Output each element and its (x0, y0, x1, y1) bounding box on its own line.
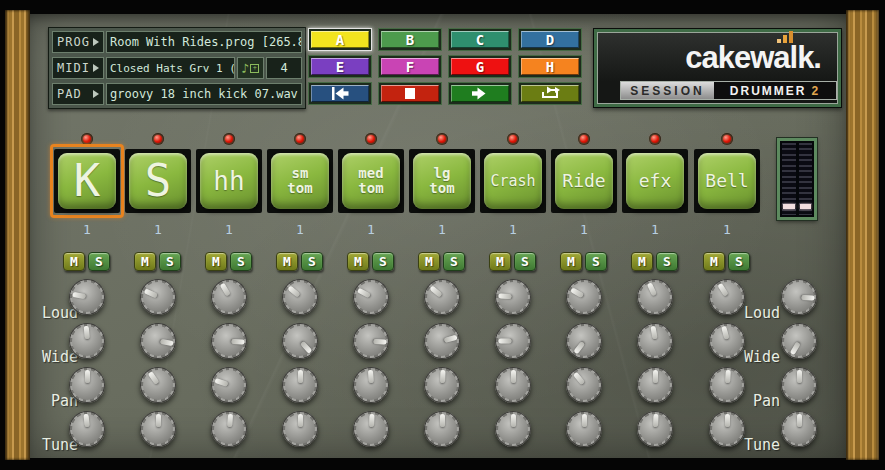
knob-pan-4[interactable] (282, 367, 318, 403)
knob-tune-7[interactable] (495, 411, 531, 447)
knob-loud-4[interactable] (282, 279, 318, 315)
pad-efx[interactable]: efx (626, 153, 684, 209)
knob-tune-6[interactable] (424, 411, 460, 447)
mute-button-4[interactable]: M (276, 252, 298, 271)
stop-button[interactable] (378, 82, 442, 105)
knob-loud-5[interactable] (353, 279, 389, 315)
pad-kick[interactable]: K (58, 153, 116, 209)
knob-loud-8[interactable] (566, 279, 602, 315)
knob-loud-master[interactable] (781, 279, 817, 315)
mute-button-5[interactable]: M (347, 252, 369, 271)
knob-pan-master[interactable] (781, 367, 817, 403)
knob-loud-6[interactable] (424, 279, 460, 315)
mute-button-7[interactable]: M (489, 252, 511, 271)
bank-button-e[interactable]: E (308, 55, 372, 78)
bank-button-g[interactable]: G (448, 55, 512, 78)
knob-wide-9[interactable] (637, 323, 673, 359)
pad-med-tom[interactable]: medtom (342, 153, 400, 209)
knob-wide-1[interactable] (69, 323, 105, 359)
knob-loud-1[interactable] (69, 279, 105, 315)
prog-expand-icon[interactable] (93, 38, 99, 46)
pad-ride[interactable]: Ride (555, 153, 613, 209)
knob-wide-master[interactable] (781, 323, 817, 359)
mute-button-2[interactable]: M (134, 252, 156, 271)
midi-note-button[interactable]: ♪ + (237, 57, 264, 79)
solo-button-9[interactable]: S (656, 252, 678, 271)
knob-loud-2[interactable] (140, 279, 176, 315)
solo-button-4[interactable]: S (301, 252, 323, 271)
pad-value-field[interactable]: groovy 18 inch kick 07.wav (106, 83, 302, 105)
pad-expand-icon[interactable] (93, 90, 99, 98)
knob-wide-5[interactable] (353, 323, 389, 359)
solo-button-2[interactable]: S (159, 252, 181, 271)
knob-wide-2[interactable] (140, 323, 176, 359)
knob-loud-3[interactable] (211, 279, 247, 315)
mute-button-10[interactable]: M (703, 252, 725, 271)
mute-button-1[interactable]: M (63, 252, 85, 271)
play-button[interactable] (448, 82, 512, 105)
pad-crash[interactable]: Crash (484, 153, 542, 209)
pad-column-2: S 1 M S (123, 133, 193, 293)
knob-tune-master[interactable] (781, 411, 817, 447)
bank-button-d[interactable]: D (518, 28, 582, 51)
pad-snare[interactable]: S (129, 153, 187, 209)
mute-button-6[interactable]: M (418, 252, 440, 271)
rewind-button[interactable] (308, 82, 372, 105)
bank-button-c[interactable]: C (448, 28, 512, 51)
knob-wide-8[interactable] (566, 323, 602, 359)
solo-button-6[interactable]: S (443, 252, 465, 271)
knob-loud-7[interactable] (495, 279, 531, 315)
knob-wide-4[interactable] (282, 323, 318, 359)
solo-button-1[interactable]: S (88, 252, 110, 271)
loop-button[interactable] (518, 82, 582, 105)
knob-wide-7[interactable] (495, 323, 531, 359)
knob-wide-10[interactable] (709, 323, 745, 359)
knob-pan-7[interactable] (495, 367, 531, 403)
knob-pan-2[interactable] (140, 367, 176, 403)
pad-bell[interactable]: Bell (698, 153, 756, 209)
midi-expand-icon[interactable] (93, 64, 99, 72)
knob-pan-6[interactable] (424, 367, 460, 403)
knob-tune-9[interactable] (637, 411, 673, 447)
knob-tune-1[interactable] (69, 411, 105, 447)
knob-loud-9[interactable] (637, 279, 673, 315)
solo-button-5[interactable]: S (372, 252, 394, 271)
pad-lg-tom[interactable]: lgtom (413, 153, 471, 209)
knob-loud-10[interactable] (709, 279, 745, 315)
knob-pan-8[interactable] (566, 367, 602, 403)
prog-value-field[interactable]: Room With Rides.prog [265.8 (106, 31, 302, 53)
pad-sm-tom[interactable]: smtom (271, 153, 329, 209)
midi-count-field[interactable]: 4 (266, 57, 302, 79)
knob-pan-5[interactable] (353, 367, 389, 403)
pad-led (509, 135, 517, 143)
knob-pan-1[interactable] (69, 367, 105, 403)
knob-tune-10[interactable] (709, 411, 745, 447)
bank-button-b[interactable]: B (378, 28, 442, 51)
mute-button-3[interactable]: M (205, 252, 227, 271)
pad-hihat[interactable]: hh (200, 153, 258, 209)
knob-tune-5[interactable] (353, 411, 389, 447)
knob-tune-8[interactable] (566, 411, 602, 447)
knob-pan-10[interactable] (709, 367, 745, 403)
pad-column-6: lgtom 1 M S (407, 133, 477, 293)
solo-button-7[interactable]: S (514, 252, 536, 271)
mute-button-8[interactable]: M (560, 252, 582, 271)
knob-pan-3[interactable] (211, 367, 247, 403)
midi-value-field[interactable]: Closed Hats Grv 1 (1 (106, 57, 235, 79)
pad-column-9: efx 1 M S (620, 133, 690, 293)
mute-button-9[interactable]: M (631, 252, 653, 271)
bank-button-a[interactable]: A (308, 28, 372, 51)
prog-label-text: PROG (57, 35, 90, 49)
knob-tune-3[interactable] (211, 411, 247, 447)
solo-button-3[interactable]: S (230, 252, 252, 271)
knob-pan-9[interactable] (637, 367, 673, 403)
solo-button-8[interactable]: S (585, 252, 607, 271)
knob-tune-4[interactable] (282, 411, 318, 447)
bank-button-f[interactable]: F (378, 55, 442, 78)
solo-button-10[interactable]: S (728, 252, 750, 271)
product-badge: SESSION DRUMMER2 (620, 81, 837, 100)
knob-tune-2[interactable] (140, 411, 176, 447)
knob-wide-3[interactable] (211, 323, 247, 359)
knob-wide-6[interactable] (424, 323, 460, 359)
bank-button-h[interactable]: H (518, 55, 582, 78)
